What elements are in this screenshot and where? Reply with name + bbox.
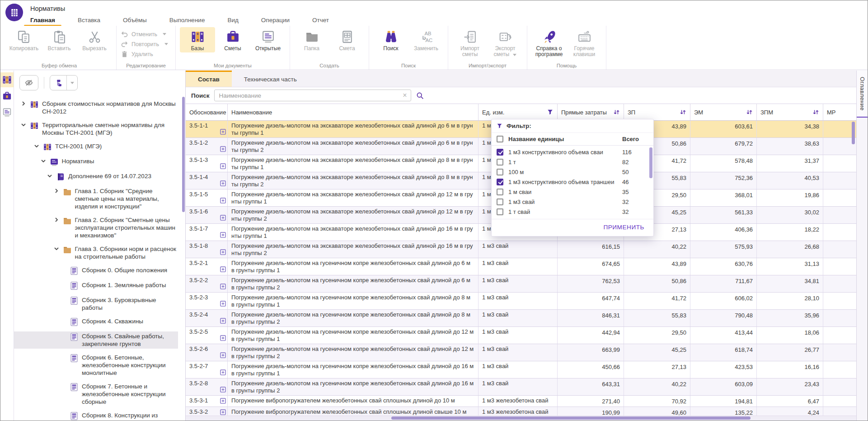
dropdown-arrow-icon[interactable] xyxy=(66,76,77,90)
doc-tab[interactable]: Техническая часть xyxy=(232,71,309,87)
filter-item[interactable]: 1 м3 конструктивного объема траншеи46 xyxy=(492,177,653,187)
tree-item[interactable]: ТСН-2001 (МГЭ) xyxy=(14,142,178,152)
tree-item[interactable]: Глава 2. Сборник "Сметные цены эксплуата… xyxy=(14,215,178,240)
app-logo-icon[interactable] xyxy=(5,4,23,21)
table-row[interactable]: 3.5-2-4Погружение дизель-молотом на гусе… xyxy=(186,310,856,327)
expand-row-icon[interactable] xyxy=(220,266,226,274)
filter-checkbox[interactable] xyxy=(497,169,503,175)
table-vertical-scrollbar[interactable] xyxy=(852,122,855,144)
table-row[interactable]: 3.5-2-6Погружение дизель-молотом на гусе… xyxy=(186,344,856,361)
expand-row-icon[interactable] xyxy=(220,318,226,326)
expand-row-icon[interactable] xyxy=(220,352,226,360)
expand-row-icon[interactable] xyxy=(220,129,226,137)
ribbon-button-estimatedoc[interactable]: Смета xyxy=(329,27,365,52)
filter-item[interactable]: 100 м50 xyxy=(492,167,653,177)
tree-item[interactable]: Нормативы xyxy=(14,156,178,167)
filter-item[interactable]: 1 м3 свай32 xyxy=(492,197,653,207)
tree-item[interactable]: Сборник 4. Скважины xyxy=(14,317,178,327)
hide-panel-button[interactable] xyxy=(19,75,38,90)
table-row[interactable]: 3.5-2-7Погружение дизель-молотом на гусе… xyxy=(186,361,856,378)
filter-checkbox[interactable] xyxy=(497,179,503,185)
menu-tab[interactable]: Объёмы xyxy=(123,17,147,24)
dropdown-arrow-icon[interactable] xyxy=(164,43,168,45)
clear-search-icon[interactable]: × xyxy=(403,92,407,99)
expand-row-icon[interactable] xyxy=(220,215,226,222)
filter-checkbox[interactable] xyxy=(497,159,503,166)
tree-item[interactable]: Сборник 1. Земляные работы xyxy=(14,280,178,291)
table-horizontal-scrollbar[interactable] xyxy=(186,416,856,421)
menu-tab[interactable]: Выполнение xyxy=(169,17,205,24)
select-all-checkbox[interactable] xyxy=(497,136,503,142)
expand-row-icon[interactable] xyxy=(220,284,226,291)
dropdown-arrow-icon[interactable] xyxy=(513,54,516,56)
tree-item[interactable]: Сборник 6. Бетонные, железобетонные конс… xyxy=(14,353,178,378)
tree-item[interactable]: Сборник 3. Буровзрывные работы xyxy=(14,295,178,312)
column-header[interactable]: Прямые затраты xyxy=(558,104,624,120)
tree-item[interactable]: Сборник 8. Конструкции из кирпича и блок… xyxy=(14,411,178,421)
menu-tab[interactable]: Вид xyxy=(227,17,238,24)
table-row[interactable]: 3.5-1-8Погружение дизель-молотом на экск… xyxy=(186,241,856,258)
table-row[interactable]: 3.5-2-5Погружение дизель-молотом на гусе… xyxy=(186,327,856,344)
expand-row-icon[interactable] xyxy=(220,301,226,308)
column-header[interactable]: МР xyxy=(823,104,856,120)
filter-item[interactable]: 1 т82 xyxy=(492,157,653,167)
dropdown-arrow-icon[interactable] xyxy=(163,33,166,35)
filter-checkbox[interactable] xyxy=(497,149,503,156)
ribbon-button-keyboard[interactable]: Горячие клавиши xyxy=(567,27,602,58)
ribbon-button-export[interactable]: Экспорт сметы xyxy=(488,27,523,58)
tree-scrollbar[interactable] xyxy=(182,97,185,212)
menu-tab[interactable]: Вставка xyxy=(78,17,100,24)
menu-tab[interactable]: Главная xyxy=(30,17,55,24)
tree-item[interactable]: Дополнение 69 от 14.07.2023 xyxy=(14,171,178,182)
ribbon-button-undo[interactable]: Отменить xyxy=(121,30,171,38)
column-header[interactable]: ЗПМ xyxy=(757,104,823,120)
ribbon-button-folder[interactable]: Папка xyxy=(294,27,329,52)
dock-item-opened[interactable] xyxy=(0,105,14,120)
apply-filter-button[interactable]: ПРИМЕНИТЬ xyxy=(601,223,647,231)
filter-item[interactable]: 1 м3 конструктивного объема сваи116 xyxy=(492,147,653,157)
expand-row-icon[interactable] xyxy=(220,387,226,394)
search-input[interactable]: × xyxy=(214,90,411,101)
ribbon-button-trash[interactable]: Удалить xyxy=(121,50,171,58)
expand-row-icon[interactable] xyxy=(220,398,226,406)
table-row[interactable]: 3.5-2-2Погружение дизель-молотом на гусе… xyxy=(186,275,856,293)
ribbon-button-opened[interactable]: Открытые xyxy=(250,27,286,52)
tree-item[interactable]: Глава 3. Сборники норм и расценок на стр… xyxy=(14,244,178,261)
column-header[interactable]: ЭМ xyxy=(690,104,757,120)
ribbon-button-replace[interactable]: ABACЗаменить xyxy=(408,27,444,52)
table-row[interactable]: 3.5-3-1Погружение вибропогружателем желе… xyxy=(186,396,856,407)
search-field[interactable] xyxy=(218,92,400,99)
tree-view-mode-button[interactable] xyxy=(50,75,78,90)
expand-row-icon[interactable] xyxy=(220,146,226,154)
column-header[interactable]: Ед. изм. xyxy=(479,104,558,120)
table-row[interactable]: 3.5-2-1Погружение дизель-молотом на гусе… xyxy=(186,258,856,275)
tree-item[interactable]: Сборник стоимостных нормативов для Москв… xyxy=(14,99,178,116)
filter-item[interactable]: 1 м сваи35 xyxy=(492,187,653,197)
expand-row-icon[interactable] xyxy=(220,249,226,257)
filter-checkbox[interactable] xyxy=(497,199,503,205)
ribbon-button-copy[interactable]: Копировать xyxy=(6,27,42,52)
filter-scrollbar[interactable] xyxy=(649,147,652,178)
expand-row-icon[interactable] xyxy=(220,335,226,343)
ribbon-button-paste[interactable]: Вставить xyxy=(42,27,77,52)
expand-row-icon[interactable] xyxy=(220,180,226,188)
tab-table-of-contents[interactable]: Оглавление xyxy=(857,71,868,118)
filter-checkbox[interactable] xyxy=(497,208,503,215)
ribbon-button-redo[interactable]: Повторить xyxy=(121,40,171,48)
ribbon-button-binoculars[interactable]: Поиск xyxy=(373,27,408,52)
ribbon-button-rocket[interactable]: Справка о программе xyxy=(531,27,567,58)
ribbon-button-cut[interactable]: Вырезать xyxy=(77,27,112,52)
column-header[interactable]: Обоснование xyxy=(186,104,228,120)
dock-item-bases[interactable] xyxy=(0,72,14,87)
scrollbar-thumb[interactable] xyxy=(391,416,751,420)
search-icon[interactable] xyxy=(416,91,424,100)
ribbon-button-import[interactable]: Импорт сметы xyxy=(452,27,488,58)
tree-item[interactable]: Сборник 7. Бетонные и железобетонные кон… xyxy=(14,382,178,407)
tree-item[interactable]: Глава 1. Сборник "Средние сметные цены н… xyxy=(14,186,178,211)
dock-item-briefcase[interactable] xyxy=(0,89,14,104)
tree-item[interactable]: Территориальные сметные нормативы для Мо… xyxy=(14,120,178,137)
menu-tab[interactable]: Операции xyxy=(261,17,290,24)
table-row[interactable]: 3.5-2-8Погружение дизель-молотом на гусе… xyxy=(186,378,856,396)
ribbon-button-bases[interactable]: Базы xyxy=(180,27,215,52)
expand-row-icon[interactable] xyxy=(220,198,226,205)
